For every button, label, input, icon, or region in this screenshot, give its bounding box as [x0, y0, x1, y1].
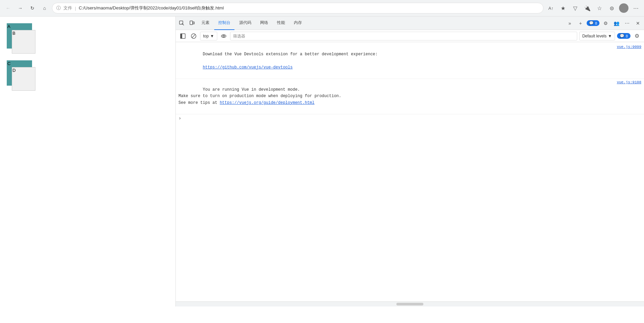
top-selector[interactable]: top ▼: [200, 32, 217, 40]
deployment-link[interactable]: https://vuejs.org/guide/deployment.html: [220, 100, 314, 105]
label-a: A: [7, 24, 10, 29]
reload-button[interactable]: ↻: [28, 3, 37, 13]
home-button[interactable]: ⌂: [40, 3, 49, 13]
profile-button[interactable]: [619, 3, 628, 13]
devtools-customize-button[interactable]: 👥: [612, 19, 621, 28]
vue-devtools-link[interactable]: https://github.com/vuejs/vue-devtools: [203, 65, 292, 70]
tab-performance[interactable]: 性能: [273, 17, 289, 30]
back-button[interactable]: ←: [3, 3, 13, 13]
svg-rect-1: [190, 21, 193, 25]
label-b: B: [12, 31, 16, 36]
console-messages: Download the Vue Devtools extension for …: [176, 42, 644, 301]
favorites-button[interactable]: ★: [558, 3, 568, 13]
browser-chrome: ← → ↻ ⌂ ⓘ 文件 | C:/Users/maoma/Desktop/弹性…: [0, 0, 644, 17]
add-tab-button[interactable]: +: [576, 19, 585, 28]
console-eye-button[interactable]: [219, 32, 228, 40]
address-bar[interactable]: ⓘ 文件 | C:/Users/maoma/Desktop/弹性学制2022/c…: [52, 3, 543, 13]
console-prompt: ›: [176, 114, 644, 122]
device-toolbar-button[interactable]: [187, 19, 197, 28]
more-tabs-button[interactable]: »: [565, 19, 575, 28]
devtools-panel: 元素 控制台 源代码 网络 性能 内存 » +: [175, 17, 644, 306]
devtools-settings-button[interactable]: ⚙: [601, 19, 610, 28]
inspect-element-button[interactable]: [177, 19, 187, 28]
file-label: 文件: [63, 5, 72, 11]
msg-count: 8: [595, 21, 597, 25]
prompt-chevron-icon[interactable]: ›: [178, 116, 181, 121]
address-separator: |: [75, 6, 76, 11]
console-clear-button[interactable]: [189, 32, 198, 40]
devtools-close-button[interactable]: ✕: [633, 19, 643, 28]
browser-toolbar: ← → ↻ ⌂ ⓘ 文件 | C:/Users/maoma/Desktop/弹性…: [0, 0, 644, 16]
console-msg-2: You are running Vue in development mode.…: [176, 79, 644, 114]
console-sidebar-button[interactable]: [178, 32, 187, 40]
read-mode-button[interactable]: A↑: [546, 3, 556, 13]
devtools-msg-badge[interactable]: 💬 8: [587, 20, 599, 26]
default-levels-label: Default levels: [582, 34, 607, 38]
svg-rect-4: [180, 34, 182, 38]
page-content: A B C D: [0, 17, 175, 306]
address-text: C:/Users/maoma/Desktop/弹性学制2022/code/day…: [79, 5, 539, 11]
info-icon: ⓘ: [56, 5, 61, 11]
msg-icon: 💬: [589, 21, 594, 25]
cd-box: C D: [7, 60, 44, 91]
svg-point-8: [223, 35, 224, 37]
bottom-bar: [176, 301, 644, 306]
console-msg-1: Download the Vue Devtools extension for …: [176, 43, 644, 79]
tab-sources[interactable]: 源代码: [235, 17, 255, 30]
extensions-button[interactable]: 🔌: [583, 3, 592, 13]
console-msg-2-text: You are running Vue in development mode.…: [178, 80, 614, 113]
toolbar-right: A↑ ★ ▽ 🔌 ☆ ⊜ ⋯: [546, 3, 641, 13]
label-d: D: [12, 68, 16, 73]
tab-network[interactable]: 网络: [256, 17, 272, 30]
console-toolbar: top ▼ Default levels ▼ 💬 8 ⚙: [176, 30, 644, 42]
ab-box: A B: [7, 23, 44, 54]
svg-line-6: [192, 34, 195, 38]
label-c: C: [7, 61, 10, 66]
svg-rect-2: [193, 22, 194, 24]
devtools-tabs: 元素 控制台 源代码 网络 性能 内存 » +: [176, 17, 644, 30]
console-msg-1-source[interactable]: vue.js:9099: [617, 45, 641, 49]
console-msg-2-source[interactable]: vue.js:9108: [617, 80, 641, 84]
console-filter-input[interactable]: [230, 32, 577, 40]
collections-button[interactable]: ▽: [570, 3, 580, 13]
chevron-down-icon-levels: ▼: [608, 34, 612, 38]
tab-console[interactable]: 控制台: [214, 17, 234, 30]
sync-button[interactable]: ⊜: [607, 3, 616, 13]
main-area: A B C D: [0, 17, 644, 306]
console-msg-icon: 💬: [620, 34, 624, 38]
console-msg-badge[interactable]: 💬 8: [617, 33, 631, 39]
top-label: top: [203, 34, 209, 38]
console-settings-button[interactable]: ⚙: [633, 32, 641, 40]
favorites-bar-button[interactable]: ☆: [595, 3, 604, 13]
chevron-down-icon: ▼: [210, 34, 214, 38]
horizontal-scrollbar[interactable]: [396, 303, 423, 305]
default-levels-selector[interactable]: Default levels ▼: [579, 32, 615, 40]
console-msg-1-text: Download the Vue Devtools extension for …: [178, 45, 614, 77]
console-msg-count: 8: [626, 34, 628, 38]
devtools-tabs-right: » + 💬 8 ⚙ 👥 ⋯ ✕: [565, 19, 643, 28]
settings-more-button[interactable]: ⋯: [631, 3, 641, 13]
tab-elements[interactable]: 元素: [197, 17, 214, 30]
tab-memory[interactable]: 内存: [290, 17, 306, 30]
devtools-more-button[interactable]: ⋯: [622, 19, 632, 28]
forward-button[interactable]: →: [16, 3, 25, 13]
